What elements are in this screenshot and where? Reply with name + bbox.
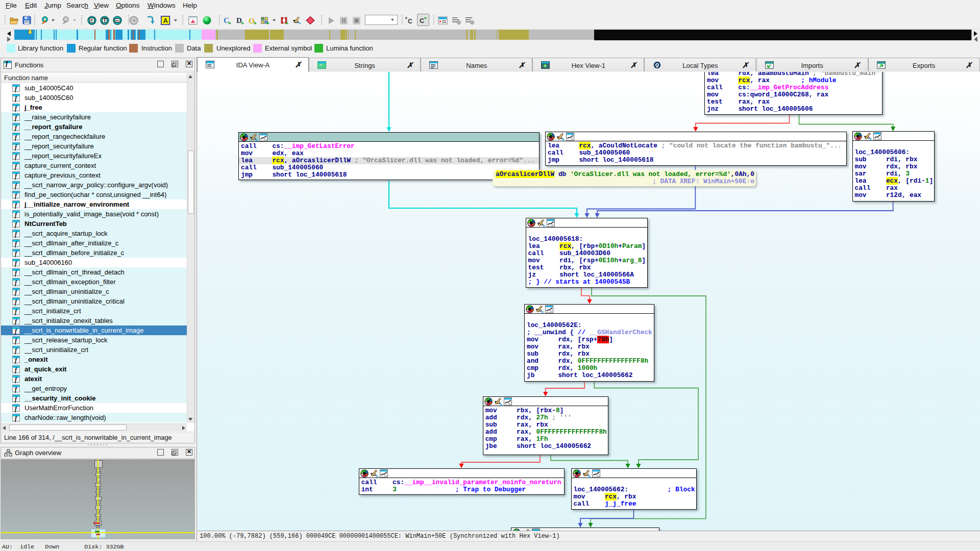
svg-text:+: + bbox=[266, 20, 270, 25]
svg-text:A: A bbox=[163, 17, 168, 24]
svg-text:C: C bbox=[408, 18, 412, 25]
svg-text:+: + bbox=[228, 20, 231, 25]
svg-text:C: C bbox=[420, 17, 425, 24]
svg-text:+: + bbox=[241, 20, 244, 25]
svg-text:+: + bbox=[254, 20, 257, 25]
svg-text:+: + bbox=[285, 20, 288, 25]
svg-text:T: T bbox=[103, 17, 107, 23]
svg-text:vo: vo bbox=[115, 19, 119, 22]
svg-text:#: # bbox=[90, 18, 93, 23]
